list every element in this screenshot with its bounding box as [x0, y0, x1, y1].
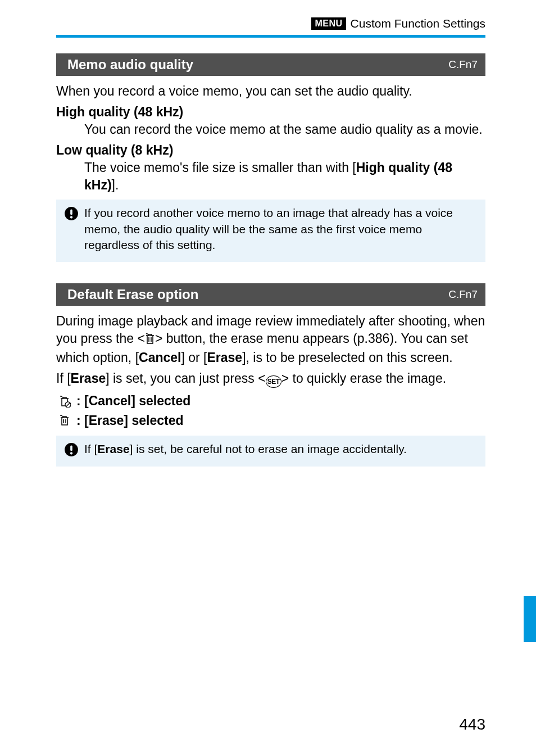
menu-badge: MENU	[311, 17, 346, 30]
option-low-quality-title: Low quality (8 kHz)	[56, 143, 485, 158]
set-button-icon: SET	[266, 375, 281, 388]
cfn-label: C.Fn7	[448, 288, 478, 301]
text: The voice memo's file size is smaller th…	[84, 160, 356, 175]
section1-intro: When you record a voice memo, you can se…	[56, 83, 485, 100]
trash-icon	[145, 332, 155, 349]
section-heading-memo-audio: Memo audio quality C.Fn7	[56, 53, 485, 76]
text-bold: Erase	[71, 371, 106, 386]
section2-paragraph-2: If [Erase] is set, you can just press <S…	[56, 370, 485, 388]
text: ].	[112, 178, 119, 192]
option-high-quality-title: High quality (48 kHz)	[56, 105, 485, 120]
section-title: Memo audio quality	[67, 57, 193, 73]
text: > to quickly erase the image.	[281, 371, 446, 386]
option-high-quality-body: You can record the voice memo at the sam…	[84, 121, 485, 138]
text: If [	[56, 371, 71, 386]
trash-cancel-icon	[56, 395, 73, 408]
text-bold: Cancel	[139, 350, 181, 365]
text-bold: Erase	[207, 350, 242, 365]
svg-point-7	[70, 452, 72, 455]
header-title: Custom Function Settings	[351, 17, 485, 30]
section-title: Default Erase option	[67, 287, 198, 302]
text: If [	[84, 442, 97, 455]
trash-icon	[56, 414, 73, 427]
cfn-label: C.Fn7	[448, 58, 478, 71]
svg-point-2	[70, 216, 72, 219]
caution-note-2: If [Erase] is set, be careful not to era…	[56, 436, 485, 466]
side-tab	[524, 596, 536, 642]
caution-text: If [Erase] is set, be careful not to era…	[84, 441, 407, 457]
caution-text: If you record another voice memo to an i…	[84, 205, 479, 253]
caution-note-1: If you record another voice memo to an i…	[56, 200, 485, 262]
option-label: : [Erase] selected	[76, 411, 183, 431]
option-low-quality-body: The voice memo's file size is smaller th…	[84, 159, 485, 194]
option-erase-selected: : [Erase] selected	[56, 411, 485, 431]
section-heading-default-erase: Default Erase option C.Fn7	[56, 283, 485, 306]
erase-option-list: : [Cancel] selected : [Erase] selected	[56, 391, 485, 430]
caution-icon	[64, 442, 79, 457]
svg-rect-1	[70, 210, 72, 215]
text: ] is set, be careful not to erase an ima…	[130, 442, 407, 455]
option-cancel-selected: : [Cancel] selected	[56, 391, 485, 411]
text: ] is set, you can just press <	[106, 371, 265, 386]
page-number: 443	[459, 716, 485, 734]
caution-icon	[64, 206, 79, 221]
option-label: : [Cancel] selected	[76, 391, 190, 411]
svg-rect-6	[70, 446, 72, 451]
main-content: Memo audio quality C.Fn7 When you record…	[0, 38, 536, 467]
page-header: MENU Custom Function Settings	[0, 0, 536, 35]
text: ] or [	[181, 350, 207, 365]
text: ], is to be preselected on this screen.	[242, 350, 453, 365]
text-bold: Erase	[97, 442, 129, 455]
section2-paragraph-1: During image playback and image review i…	[56, 313, 485, 366]
